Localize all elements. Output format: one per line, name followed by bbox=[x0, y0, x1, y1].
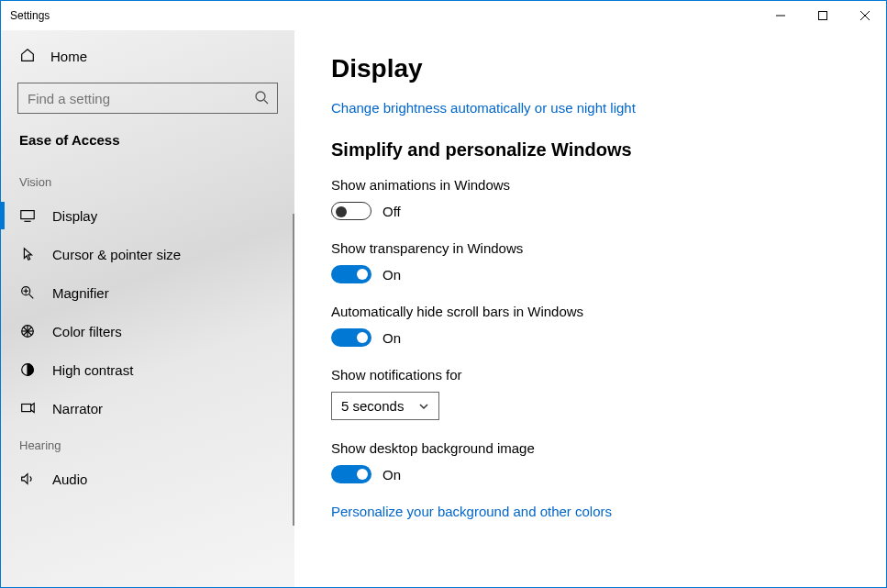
bg-image-toggle[interactable] bbox=[331, 465, 371, 483]
sidebar-item-label: Magnifier bbox=[52, 285, 109, 301]
svg-rect-6 bbox=[21, 211, 34, 219]
setting-transparency: Show transparency in Windows On bbox=[331, 240, 849, 283]
sidebar-item-color-filters[interactable]: Color filters bbox=[1, 312, 294, 350]
display-icon bbox=[19, 207, 36, 224]
content-pane: Display Change brightness automatically … bbox=[294, 30, 886, 587]
setting-animations: Show animations in Windows Off bbox=[331, 177, 849, 220]
setting-label: Show transparency in Windows bbox=[331, 240, 849, 256]
search-icon bbox=[254, 90, 269, 108]
setting-notifications: Show notifications for 5 seconds bbox=[331, 367, 849, 420]
hide-scroll-toggle[interactable] bbox=[331, 328, 371, 347]
toggle-state: On bbox=[383, 330, 401, 346]
notifications-select[interactable]: 5 seconds bbox=[331, 392, 439, 420]
color-filters-icon bbox=[19, 323, 36, 339]
search-input[interactable] bbox=[17, 83, 278, 114]
home-nav[interactable]: Home bbox=[1, 38, 294, 75]
home-label: Home bbox=[50, 49, 87, 64]
sidebar-item-high-contrast[interactable]: High contrast bbox=[1, 350, 294, 389]
svg-line-9 bbox=[29, 294, 34, 299]
sidebar-item-label: Audio bbox=[52, 472, 87, 487]
svg-line-5 bbox=[264, 100, 268, 104]
transparency-toggle[interactable] bbox=[331, 265, 371, 283]
sidebar-item-audio[interactable]: Audio bbox=[1, 460, 294, 498]
page-title: Display bbox=[331, 54, 849, 83]
toggle-state: On bbox=[383, 467, 401, 483]
setting-label: Show desktop background image bbox=[331, 440, 849, 456]
sidebar-item-label: Display bbox=[52, 208, 97, 224]
minimize-button[interactable] bbox=[759, 1, 802, 30]
setting-hide-scroll: Automatically hide scroll bars in Window… bbox=[331, 304, 849, 347]
setting-bg-image: Show desktop background image On bbox=[331, 440, 849, 483]
group-title-vision: Vision bbox=[1, 164, 294, 196]
section-title: Ease of Access bbox=[1, 127, 294, 164]
narrator-icon bbox=[19, 400, 36, 416]
section-heading: Simplify and personalize Windows bbox=[331, 139, 849, 161]
personalize-link[interactable]: Personalize your background and other co… bbox=[331, 504, 612, 519]
group-title-hearing: Hearing bbox=[1, 427, 294, 460]
sidebar-item-magnifier[interactable]: Magnifier bbox=[1, 273, 294, 312]
sidebar: Home Ease of Access Vision Display Curso… bbox=[1, 30, 294, 587]
sidebar-item-label: Color filters bbox=[52, 324, 122, 339]
window-title: Settings bbox=[10, 9, 50, 22]
sidebar-item-label: Cursor & pointer size bbox=[52, 247, 181, 262]
select-value: 5 seconds bbox=[341, 398, 404, 414]
high-contrast-icon bbox=[19, 361, 36, 378]
setting-label: Automatically hide scroll bars in Window… bbox=[331, 304, 849, 319]
audio-icon bbox=[19, 471, 36, 487]
sidebar-item-narrator[interactable]: Narrator bbox=[1, 389, 294, 427]
sidebar-item-cursor[interactable]: Cursor & pointer size bbox=[1, 235, 294, 273]
cursor-icon bbox=[19, 246, 36, 262]
sidebar-item-display[interactable]: Display bbox=[1, 196, 294, 235]
sidebar-item-label: Narrator bbox=[52, 401, 103, 416]
animations-toggle[interactable] bbox=[331, 202, 371, 220]
close-button[interactable] bbox=[844, 1, 886, 30]
svg-rect-18 bbox=[22, 405, 31, 412]
titlebar: Settings bbox=[1, 1, 886, 30]
maximize-button[interactable] bbox=[802, 1, 844, 30]
svg-point-4 bbox=[256, 92, 265, 101]
magnifier-icon bbox=[19, 284, 36, 301]
chevron-down-icon bbox=[418, 401, 429, 412]
toggle-state: On bbox=[383, 267, 401, 283]
sidebar-item-label: High contrast bbox=[52, 362, 133, 378]
setting-label: Show notifications for bbox=[331, 367, 849, 383]
toggle-state: Off bbox=[383, 204, 401, 219]
svg-rect-1 bbox=[819, 12, 827, 20]
setting-label: Show animations in Windows bbox=[331, 177, 849, 193]
home-icon bbox=[19, 47, 36, 66]
brightness-link[interactable]: Change brightness automatically or use n… bbox=[331, 100, 636, 116]
